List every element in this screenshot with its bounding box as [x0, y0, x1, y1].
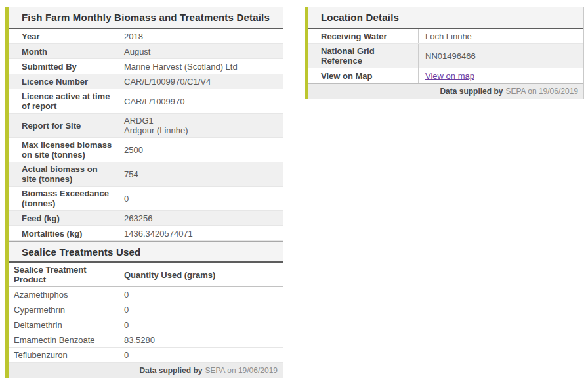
- table-row-licence-number: Licence Number CAR/L/1009970/C1/V4: [9, 74, 283, 89]
- row-label: Feed (kg): [9, 211, 117, 225]
- column-header-product: Sealice Treatment Product: [9, 263, 117, 286]
- row-label: Licence active at time of report: [9, 89, 117, 113]
- table-row-report-site: Report for Site ARDG1 Ardgour (Linnhe): [9, 114, 283, 138]
- row-value: 754: [117, 162, 283, 186]
- row-label: Submitted By: [9, 59, 117, 74]
- sealice-row-deltamethrin: Deltamethrin 0: [9, 317, 283, 332]
- table-row-mortalities: Mortalities (kg) 1436.3420574071: [9, 226, 283, 241]
- row-value: Marine Harvest (Scotland) Ltd: [117, 59, 283, 74]
- row-label: Licence Number: [9, 74, 117, 89]
- sealice-row-azamethiphos: Azamethiphos 0: [9, 287, 283, 302]
- biomass-details-table: Year 2018 Month August Submitted By Mari…: [9, 29, 283, 241]
- row-label: Receiving Water: [308, 29, 418, 43]
- row-label: Mortalities (kg): [9, 226, 117, 240]
- biomass-treatments-panel: Fish Farm Monthly Biomass and Treatments…: [5, 7, 284, 378]
- product-name: Cypermethrin: [9, 302, 117, 317]
- view-on-map-link[interactable]: View on map: [425, 71, 474, 81]
- product-quantity: 0: [117, 302, 283, 317]
- row-label: Year: [9, 29, 117, 43]
- row-value: 1436.3420574071: [117, 226, 283, 240]
- row-value: CAR/L/1009970/C1/V4: [117, 74, 283, 89]
- table-row-actual-biomass: Actual biomass on site (tonnes) 754: [9, 162, 283, 187]
- table-row-feed: Feed (kg) 263256: [9, 211, 283, 226]
- product-name: Azamethiphos: [9, 287, 117, 302]
- sealice-table: Sealice Treatment Product Quantity Used …: [9, 263, 283, 363]
- footer-source-text: SEPA on 19/06/2019: [205, 366, 278, 375]
- product-quantity: 0: [117, 348, 283, 362]
- table-row-submitted-by: Submitted By Marine Harvest (Scotland) L…: [9, 59, 283, 74]
- table-row-max-biomass: Max licensed biomass on site (tonnes) 25…: [9, 138, 283, 162]
- table-row-biomass-exceedance: Biomass Exceedance (tonnes) 0: [9, 187, 283, 211]
- sealice-row-emamectin: Emamectin Benzoate 83.5280: [9, 332, 283, 348]
- row-value: Loch Linnhe: [418, 29, 583, 43]
- table-row-grid-reference: National Grid Reference NN01496466: [308, 44, 583, 68]
- row-value: 2500: [117, 138, 283, 162]
- location-details-table: Receiving Water Loch Linnhe National Gri…: [308, 29, 583, 83]
- product-quantity: 0: [117, 287, 283, 302]
- product-name: Deltamethrin: [9, 317, 117, 332]
- row-label: Biomass Exceedance (tonnes): [9, 187, 117, 210]
- row-value: 0: [117, 187, 283, 210]
- row-label: Max licensed biomass on site (tonnes): [9, 138, 117, 162]
- product-name: Teflubenzuron: [9, 348, 117, 362]
- sealice-header-row: Sealice Treatment Product Quantity Used …: [9, 263, 283, 287]
- row-value: 263256: [117, 211, 283, 225]
- panel-title-sealice: Sealice Treatments Used: [9, 241, 283, 263]
- product-quantity: 83.5280: [117, 332, 283, 347]
- table-row-licence-active: Licence active at time of report CAR/L/1…: [9, 89, 283, 114]
- row-label: View on Map: [308, 68, 418, 83]
- row-value: 2018: [117, 29, 283, 43]
- column-header-quantity: Quantity Used (grams): [117, 263, 283, 286]
- page-content: Fish Farm Monthly Biomass and Treatments…: [0, 0, 588, 378]
- panel-title-biomass: Fish Farm Monthly Biomass and Treatments…: [9, 7, 283, 29]
- row-value: ARDG1 Ardgour (Linnhe): [117, 114, 283, 137]
- sealice-row-cypermethrin: Cypermethrin 0: [9, 302, 283, 317]
- row-value: NN01496466: [418, 44, 583, 68]
- row-value: View on map: [418, 68, 583, 83]
- location-details-panel: Location Details Receiving Water Loch Li…: [304, 7, 584, 99]
- footer-bold-text: Data supplied by: [440, 87, 503, 96]
- row-label: National Grid Reference: [308, 44, 418, 68]
- row-label: Actual biomass on site (tonnes): [9, 162, 117, 186]
- panel-title-location: Location Details: [308, 7, 583, 29]
- data-supplied-footer: Data supplied by SEPA on 19/06/2019: [9, 363, 283, 378]
- table-row-view-on-map: View on Map View on map: [308, 68, 583, 83]
- table-row-year: Year 2018: [9, 29, 283, 44]
- row-label: Month: [9, 44, 117, 58]
- sealice-row-teflubenzuron: Teflubenzuron 0: [9, 348, 283, 363]
- footer-bold-text: Data supplied by: [139, 366, 202, 375]
- row-value: CAR/L/1009970: [117, 89, 283, 113]
- row-value: August: [117, 44, 283, 58]
- data-supplied-footer: Data supplied by SEPA on 19/06/2019: [308, 83, 583, 99]
- table-row-month: Month August: [9, 44, 283, 59]
- product-name: Emamectin Benzoate: [9, 332, 117, 347]
- product-quantity: 0: [117, 317, 283, 332]
- table-row-receiving-water: Receiving Water Loch Linnhe: [308, 29, 583, 44]
- footer-source-text: SEPA on 19/06/2019: [505, 87, 578, 96]
- row-label: Report for Site: [9, 114, 117, 137]
